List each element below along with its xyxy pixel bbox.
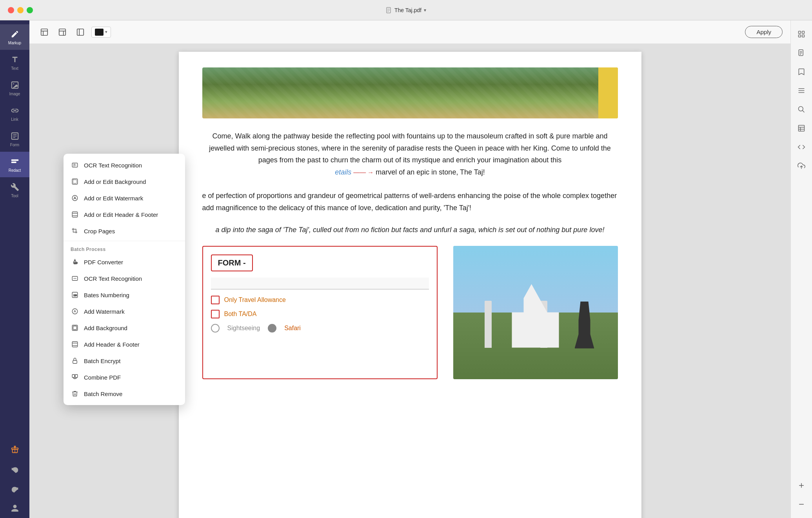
svg-rect-49 [799, 35, 801, 37]
sidebar: Markup Text Image Link F [0, 20, 29, 518]
add-edit-bg-icon [71, 177, 79, 186]
svg-rect-14 [41, 29, 48, 35]
form-checkbox-1[interactable] [211, 296, 220, 304]
svg-point-58 [799, 107, 803, 111]
radio-label-1: Only Travel Allowance [224, 296, 286, 304]
pdf-converter-icon: PDF [71, 258, 79, 266]
window-controls[interactable] [8, 7, 33, 13]
header-image-bg [202, 67, 618, 118]
right-lines-icon[interactable] [796, 85, 807, 96]
menu-item-ocr-batch[interactable]: OCR Text Recognition [64, 270, 185, 287]
menu-divider [64, 241, 185, 241]
menu-item-ocr-top[interactable]: OCR Text Recognition [64, 157, 185, 173]
option-2-label: Safari [284, 325, 301, 332]
menu-item-combine[interactable]: Combine PDF [64, 369, 185, 385]
color-picker[interactable]: ▾ [91, 27, 111, 38]
right-page-icon[interactable] [796, 47, 807, 59]
menu-item-batch-remove[interactable]: Batch Remove [64, 385, 185, 402]
undo-icon [10, 464, 20, 474]
taj-image [453, 246, 618, 379]
svg-rect-48 [802, 31, 805, 34]
sidebar-item-text[interactable]: Text [0, 50, 29, 75]
menu-item-add-wm[interactable]: Add Watermark [64, 303, 185, 320]
svg-rect-27 [73, 180, 77, 184]
pdf-page: Come, Walk along the pathway beside the … [179, 52, 641, 518]
redo-icon [10, 483, 20, 494]
sidebar-item-markup[interactable]: Markup [0, 24, 29, 50]
svg-rect-40 [73, 326, 77, 330]
pdf-bottom-row: FORM - Only Travel Allowance Both TA/DA [202, 246, 618, 379]
svg-rect-50 [802, 35, 805, 37]
right-table-icon[interactable] [796, 122, 807, 134]
menu-item-crop[interactable]: Crop Pages [64, 223, 185, 239]
sidebar-item-redo[interactable] [0, 479, 29, 498]
maximize-button[interactable] [27, 7, 33, 13]
sidebar-item-image[interactable]: Image [0, 75, 29, 101]
svg-line-59 [803, 111, 805, 113]
form-checkbox-2[interactable] [211, 310, 220, 318]
toolbar-btn-2[interactable] [55, 25, 69, 39]
form-radio-safari[interactable] [268, 324, 276, 333]
form-radio-sightseeing[interactable] [211, 324, 220, 333]
right-bookmark-icon[interactable] [796, 66, 807, 78]
svg-text:123: 123 [73, 294, 77, 296]
svg-rect-47 [799, 31, 801, 34]
right-grid-icon[interactable] [796, 28, 807, 40]
menu-item-combine-label: Combine PDF [84, 374, 121, 381]
toolbar-btn-3[interactable] [73, 25, 87, 39]
menu-item-pdf-converter-label: PDF Converter [84, 259, 123, 265]
window-title: The Taj.pdf ▾ [386, 7, 426, 13]
pdf-paragraph-2: e of perfection of proportions and grand… [202, 190, 618, 214]
add-hf-icon [71, 340, 79, 349]
menu-item-add-edit-wm[interactable]: Add or Edit Watermark [64, 190, 185, 206]
sidebar-item-gift[interactable] [0, 440, 29, 459]
crop-icon [71, 227, 79, 235]
menu-item-add-wm-label: Add Watermark [84, 308, 125, 315]
menu-item-add-bg[interactable]: Add Background [64, 320, 185, 336]
form-radio-row-1: Only Travel Allowance [211, 296, 429, 304]
menu-item-pdf-converter[interactable]: PDF PDF Converter [64, 254, 185, 270]
form-input-line [211, 278, 429, 289]
sidebar-link-label: Link [11, 117, 18, 122]
sidebar-item-tool[interactable]: Tool [0, 177, 29, 203]
right-code-icon[interactable] [796, 141, 807, 153]
user-icon [10, 503, 20, 513]
right-upload-icon[interactable] [796, 160, 807, 172]
sidebar-item-user[interactable] [0, 498, 29, 518]
sidebar-redact-label: Redact [9, 168, 21, 173]
link-icon [10, 105, 20, 116]
menu-item-add-hf[interactable]: Add Header & Footer [64, 336, 185, 353]
svg-rect-45 [72, 374, 74, 378]
sidebar-item-form[interactable]: Form [0, 126, 29, 152]
menu-item-batch-remove-label: Batch Remove [84, 391, 122, 397]
svg-rect-11 [11, 162, 16, 163]
pdf-form: FORM - Only Travel Allowance Both TA/DA [202, 246, 438, 379]
toolbar-btn-1[interactable] [37, 25, 51, 39]
right-plus-icon[interactable] [796, 480, 807, 491]
right-minus-icon[interactable] [796, 498, 807, 510]
svg-point-28 [72, 195, 78, 201]
color-swatch [95, 29, 104, 36]
sidebar-item-redact[interactable]: Redact [0, 152, 29, 177]
svg-point-38 [72, 309, 78, 314]
gift-icon [10, 444, 20, 454]
text-icon [10, 55, 20, 65]
menu-item-add-edit-bg[interactable]: Add or Edit Background [64, 173, 185, 190]
add-edit-wm-icon [71, 194, 79, 202]
para2-text: e of perfection of proportions and grand… [202, 192, 617, 212]
minimize-button[interactable] [17, 7, 24, 13]
batch-section-label: Batch Process [64, 243, 185, 254]
header-image-accent [598, 67, 618, 118]
menu-item-add-edit-hf[interactable]: Add or Edit Header & Footer [64, 206, 185, 223]
close-button[interactable] [8, 7, 14, 13]
title-chevron[interactable]: ▾ [424, 7, 426, 13]
menu-item-bates[interactable]: 123 Bates Numbering [64, 287, 185, 303]
sidebar-item-link[interactable]: Link [0, 101, 29, 126]
menu-item-batch-encrypt[interactable]: Batch Encrypt [64, 353, 185, 369]
batch-encrypt-icon [71, 356, 79, 365]
dropdown-menu: OCR Text Recognition Add or Edit Backgro… [64, 154, 185, 405]
dropdown-arrow: ▾ [105, 29, 107, 35]
sidebar-item-undo[interactable] [0, 459, 29, 479]
right-search-icon[interactable] [796, 104, 807, 115]
apply-button[interactable]: Apply [745, 26, 783, 38]
